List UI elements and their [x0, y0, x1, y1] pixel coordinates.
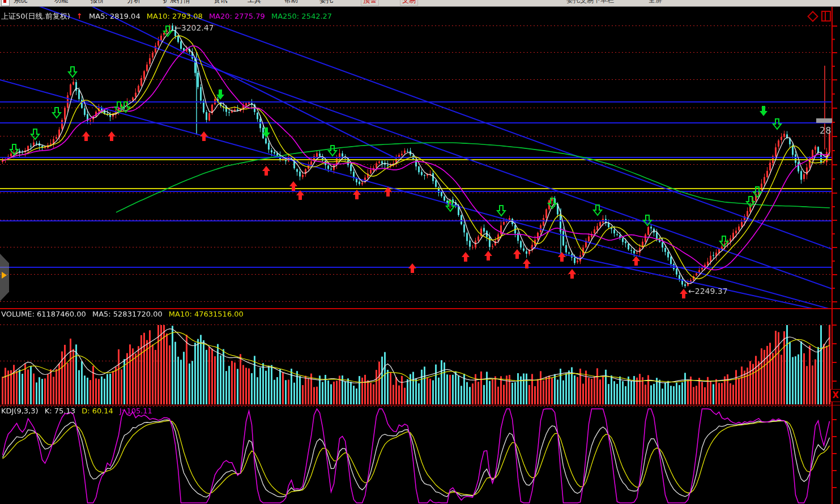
volume-value: VOLUME: 61187460.00 [1, 310, 86, 318]
trough-price-label: ←2249.37 [688, 287, 728, 296]
menu-item-entrust[interactable]: 委托 [319, 0, 333, 5]
window-layout-icon[interactable] [821, 11, 831, 22]
peak-price-label: ←3202.47 [174, 23, 214, 32]
trading-terminal-window: 系统 功能 报价 分析 扩展行情 资讯 工具 帮助 委托 预警 交易 委托交易下… [0, 0, 840, 504]
ma250-value: MA250: 2542.27 [271, 12, 332, 20]
close-pane-button[interactable]: X [830, 389, 840, 402]
kdj-pane-header: KDJ(9,3,3) K: 75.13 D: 60.14 J: 105.11 [1, 407, 156, 415]
volume-pane-header: VOLUME: 61187460.00 MA5: 52831720.00 MA1… [1, 310, 248, 318]
menu-item-system[interactable]: 系统 [14, 0, 27, 5]
kdj-k-value: K: 75.13 [45, 407, 75, 415]
kdj-params: KDJ(9,3,3) [1, 407, 39, 415]
price-marker-box [816, 118, 832, 123]
kdj-j-value: J: 105.11 [120, 407, 152, 415]
menu-item-tools[interactable]: 工具 [248, 0, 261, 5]
ma20-value: MA20: 2775.79 [209, 12, 265, 20]
menu-item-trade[interactable]: 交易 [400, 0, 418, 6]
toggle-trade-panel[interactable]: 委托交易下单栏 [566, 0, 614, 5]
menu-item-alert[interactable]: 预警 [361, 0, 379, 6]
chart-title: 上证50(日线.前复权) [1, 12, 70, 20]
menu-item-help[interactable]: 帮助 [284, 0, 298, 5]
last-price-label: 28 [820, 125, 831, 136]
stock-chart-canvas[interactable] [0, 0, 840, 504]
ma10-value: MA10: 2793.08 [147, 12, 203, 20]
menu-item-info[interactable]: 资讯 [214, 0, 227, 5]
up-arrow-icon: ↑ [76, 12, 83, 20]
menu-item-extquote[interactable]: 扩展行情 [163, 0, 190, 5]
main-chart-header: 上证50(日线.前复权) ↑ MA5: 2819.04 MA10: 2793.0… [1, 11, 336, 22]
menu-item-quote[interactable]: 报价 [91, 0, 104, 5]
menu-bar: 系统 功能 报价 分析 扩展行情 资讯 工具 帮助 委托 预警 交易 委托交易下… [0, 0, 840, 7]
sidebar-expand-icon[interactable] [2, 272, 7, 279]
ma5-value: MA5: 2819.04 [89, 12, 140, 20]
menu-item-analysis[interactable]: 分析 [127, 0, 140, 5]
kdj-d-value: D: 60.14 [82, 407, 113, 415]
volume-ma10-value: MA10: 47631516.00 [169, 310, 244, 318]
menu-item-function[interactable]: 功能 [54, 0, 68, 5]
app-icon[interactable] [1, 0, 10, 6]
volume-ma5-value: MA5: 52831720.00 [92, 310, 163, 318]
toggle-fullscreen[interactable]: 全屏 [649, 0, 662, 5]
